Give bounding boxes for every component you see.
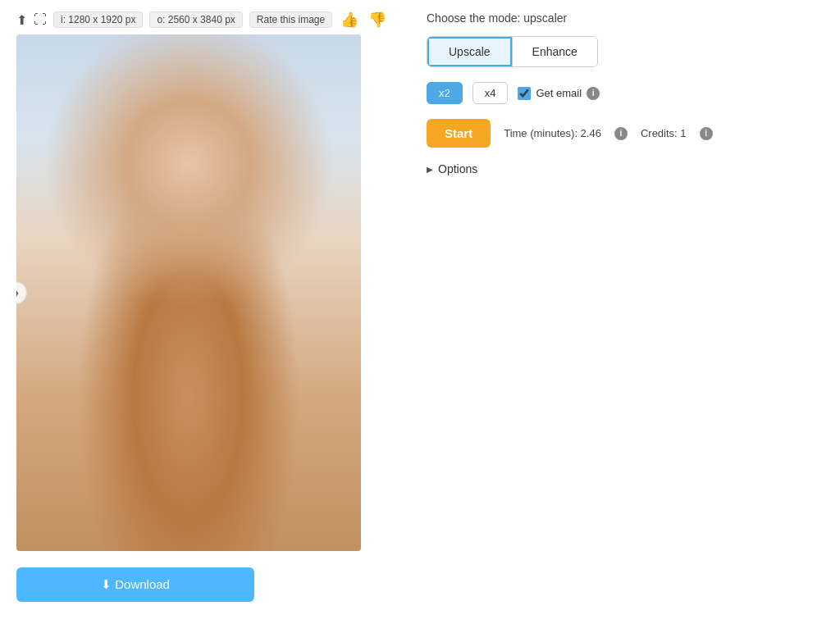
download-button[interactable]: ⬇ Download bbox=[16, 567, 254, 602]
fullscreen-icon[interactable]: ⛶ bbox=[34, 12, 47, 27]
mode-button-group: Upscale Enhance bbox=[427, 36, 598, 67]
email-label: Get email bbox=[536, 87, 582, 99]
upscale-mode-button[interactable]: Upscale bbox=[427, 37, 512, 66]
enhance-mode-button[interactable]: Enhance bbox=[512, 37, 597, 66]
options-row[interactable]: ▶ Options bbox=[427, 162, 824, 175]
credits-info-icon[interactable]: i bbox=[700, 127, 713, 140]
scale-x2-button[interactable]: x2 bbox=[427, 82, 463, 104]
thumbs-down-button[interactable]: 👎 bbox=[367, 11, 388, 29]
credits-label: Credits: 1 bbox=[641, 127, 687, 139]
start-row: Start Time (minutes): 2.46 i Credits: 1 … bbox=[427, 119, 824, 148]
time-credits-info: Time (minutes): 2.46 i Credits: 1 i bbox=[504, 127, 712, 140]
left-panel: ⬆ ⛶ i: 1280 x 1920 px o: 2560 x 3840 px … bbox=[16, 8, 402, 616]
rate-image-button[interactable]: Rate this image bbox=[249, 11, 332, 28]
image-toolbar: ⬆ ⛶ i: 1280 x 1920 px o: 2560 x 3840 px … bbox=[16, 8, 402, 34]
options-arrow-icon: ▶ bbox=[427, 165, 433, 174]
time-label: Time (minutes): 2.46 bbox=[504, 127, 601, 139]
options-label: Options bbox=[438, 162, 477, 175]
image-container: ❯ bbox=[16, 34, 361, 551]
output-size-badge: o: 2560 x 3840 px bbox=[149, 11, 242, 28]
scale-x4-button[interactable]: x4 bbox=[472, 82, 509, 104]
get-email-checkbox[interactable] bbox=[518, 87, 531, 100]
scale-row: x2 x4 Get email i bbox=[427, 82, 824, 104]
upload-icon[interactable]: ⬆ bbox=[16, 12, 27, 28]
mode-label: Choose the mode: upscaler bbox=[427, 11, 824, 25]
email-info-icon[interactable]: i bbox=[587, 87, 600, 100]
thumbs-up-button[interactable]: 👍 bbox=[339, 11, 360, 29]
input-size-badge: i: 1280 x 1920 px bbox=[53, 11, 143, 28]
start-button[interactable]: Start bbox=[427, 119, 491, 148]
email-row: Get email i bbox=[518, 87, 600, 100]
right-panel: Choose the mode: upscaler Upscale Enhanc… bbox=[427, 8, 824, 616]
image-preview bbox=[16, 34, 361, 551]
download-area: ⬇ Download bbox=[16, 567, 402, 602]
time-info-icon[interactable]: i bbox=[614, 127, 628, 140]
